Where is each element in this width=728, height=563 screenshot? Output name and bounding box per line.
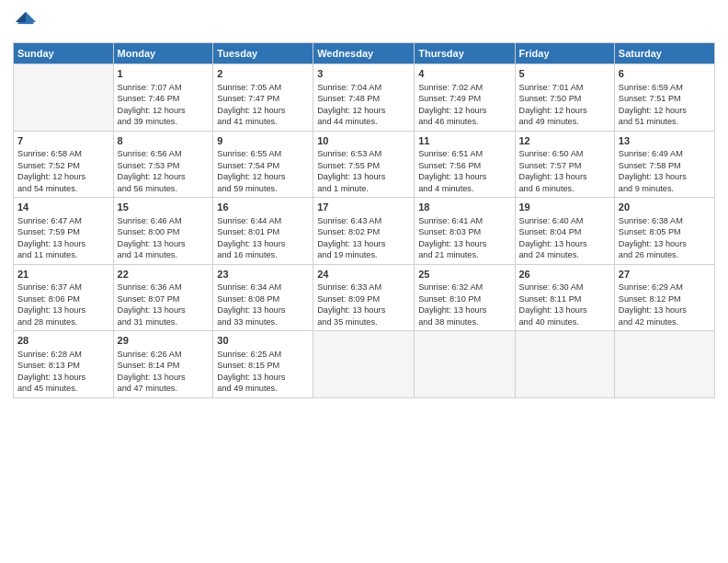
day-info: Sunrise: 6:59 AM Sunset: 7:51 PM Dayligh…	[619, 82, 711, 128]
calendar-cell: 22Sunrise: 6:36 AM Sunset: 8:07 PM Dayli…	[113, 264, 213, 331]
day-info: Sunrise: 6:38 AM Sunset: 8:05 PM Dayligh…	[619, 215, 711, 261]
calendar-cell: 3Sunrise: 7:04 AM Sunset: 7:48 PM Daylig…	[313, 64, 415, 132]
calendar-cell: 24Sunrise: 6:33 AM Sunset: 8:09 PM Dayli…	[313, 264, 415, 331]
svg-rect-2	[18, 22, 34, 24]
calendar-cell: 27Sunrise: 6:29 AM Sunset: 8:12 PM Dayli…	[614, 264, 714, 331]
day-number: 24	[317, 268, 410, 282]
day-number: 23	[217, 268, 309, 282]
day-info: Sunrise: 6:25 AM Sunset: 8:15 PM Dayligh…	[217, 349, 309, 395]
day-info: Sunrise: 6:47 AM Sunset: 7:59 PM Dayligh…	[17, 215, 109, 261]
day-number: 13	[619, 134, 711, 148]
calendar-week-2: 7Sunrise: 6:58 AM Sunset: 7:52 PM Daylig…	[14, 131, 715, 198]
calendar-cell: 5Sunrise: 7:01 AM Sunset: 7:50 PM Daylig…	[515, 64, 614, 132]
day-number: 7	[17, 134, 109, 148]
day-info: Sunrise: 6:55 AM Sunset: 7:54 PM Dayligh…	[217, 148, 309, 194]
calendar-cell: 1Sunrise: 7:07 AM Sunset: 7:46 PM Daylig…	[113, 64, 213, 132]
svg-marker-1	[16, 12, 26, 22]
day-info: Sunrise: 7:01 AM Sunset: 7:50 PM Dayligh…	[519, 82, 610, 128]
day-number: 11	[418, 134, 510, 148]
svg-marker-0	[26, 12, 36, 22]
day-info: Sunrise: 6:30 AM Sunset: 8:11 PM Dayligh…	[519, 282, 610, 327]
calendar-cell: 13Sunrise: 6:49 AM Sunset: 7:58 PM Dayli…	[614, 131, 714, 198]
logo	[13, 9, 42, 35]
day-number: 14	[17, 201, 109, 214]
day-info: Sunrise: 6:32 AM Sunset: 8:10 PM Dayligh…	[418, 282, 510, 327]
calendar-cell: 23Sunrise: 6:34 AM Sunset: 8:08 PM Dayli…	[213, 264, 313, 331]
day-info: Sunrise: 6:41 AM Sunset: 8:03 PM Dayligh…	[418, 215, 510, 261]
day-info: Sunrise: 6:33 AM Sunset: 8:09 PM Dayligh…	[317, 282, 410, 327]
calendar-header-saturday: Saturday	[614, 43, 714, 64]
day-number: 8	[118, 134, 210, 148]
calendar-cell	[415, 331, 515, 398]
day-info: Sunrise: 7:07 AM Sunset: 7:46 PM Dayligh…	[118, 82, 210, 128]
calendar-cell	[515, 331, 614, 398]
calendar-header-tuesday: Tuesday	[213, 43, 313, 64]
calendar-cell: 14Sunrise: 6:47 AM Sunset: 7:59 PM Dayli…	[14, 198, 114, 265]
day-number: 28	[17, 334, 109, 348]
day-info: Sunrise: 7:04 AM Sunset: 7:48 PM Dayligh…	[317, 82, 410, 128]
day-info: Sunrise: 6:36 AM Sunset: 8:07 PM Dayligh…	[118, 282, 210, 327]
calendar-cell: 9Sunrise: 6:55 AM Sunset: 7:54 PM Daylig…	[213, 131, 313, 198]
calendar-cell: 16Sunrise: 6:44 AM Sunset: 8:01 PM Dayli…	[213, 198, 313, 265]
calendar-cell: 4Sunrise: 7:02 AM Sunset: 7:49 PM Daylig…	[415, 64, 515, 132]
day-number: 1	[118, 67, 210, 81]
calendar-cell: 19Sunrise: 6:40 AM Sunset: 8:04 PM Dayli…	[515, 198, 614, 265]
day-number: 2	[217, 67, 309, 81]
day-number: 21	[17, 268, 109, 282]
calendar-cell	[14, 64, 114, 132]
page: SundayMondayTuesdayWednesdayThursdayFrid…	[0, 0, 728, 563]
day-info: Sunrise: 6:28 AM Sunset: 8:13 PM Dayligh…	[17, 349, 109, 395]
calendar-week-3: 14Sunrise: 6:47 AM Sunset: 7:59 PM Dayli…	[14, 198, 715, 265]
calendar-cell: 26Sunrise: 6:30 AM Sunset: 8:11 PM Dayli…	[515, 264, 614, 331]
header	[13, 9, 715, 35]
day-number: 27	[619, 268, 711, 282]
calendar-cell: 17Sunrise: 6:43 AM Sunset: 8:02 PM Dayli…	[313, 198, 415, 265]
day-info: Sunrise: 6:50 AM Sunset: 7:57 PM Dayligh…	[519, 148, 610, 194]
day-number: 25	[418, 268, 510, 282]
calendar-cell: 12Sunrise: 6:50 AM Sunset: 7:57 PM Dayli…	[515, 131, 614, 198]
calendar-cell	[313, 331, 415, 398]
calendar-week-1: 1Sunrise: 7:07 AM Sunset: 7:46 PM Daylig…	[14, 64, 715, 132]
calendar-cell: 15Sunrise: 6:46 AM Sunset: 8:00 PM Dayli…	[113, 198, 213, 265]
calendar-week-4: 21Sunrise: 6:37 AM Sunset: 8:06 PM Dayli…	[14, 264, 715, 331]
calendar-week-5: 28Sunrise: 6:28 AM Sunset: 8:13 PM Dayli…	[14, 331, 715, 398]
calendar-cell: 7Sunrise: 6:58 AM Sunset: 7:52 PM Daylig…	[14, 131, 114, 198]
calendar-cell: 25Sunrise: 6:32 AM Sunset: 8:10 PM Dayli…	[415, 264, 515, 331]
day-number: 10	[317, 134, 410, 148]
calendar-cell: 10Sunrise: 6:53 AM Sunset: 7:55 PM Dayli…	[313, 131, 415, 198]
calendar-header-row: SundayMondayTuesdayWednesdayThursdayFrid…	[14, 43, 715, 64]
day-number: 3	[317, 67, 410, 81]
day-info: Sunrise: 6:37 AM Sunset: 8:06 PM Dayligh…	[17, 282, 109, 327]
calendar-table: SundayMondayTuesdayWednesdayThursdayFrid…	[13, 42, 715, 398]
calendar-cell: 2Sunrise: 7:05 AM Sunset: 7:47 PM Daylig…	[213, 64, 313, 132]
calendar-header-sunday: Sunday	[14, 43, 114, 64]
calendar-header-wednesday: Wednesday	[313, 43, 415, 64]
day-info: Sunrise: 6:29 AM Sunset: 8:12 PM Dayligh…	[619, 282, 711, 327]
calendar-header-monday: Monday	[113, 43, 213, 64]
day-info: Sunrise: 6:49 AM Sunset: 7:58 PM Dayligh…	[619, 148, 711, 194]
day-number: 18	[418, 201, 510, 214]
day-info: Sunrise: 6:56 AM Sunset: 7:53 PM Dayligh…	[118, 148, 210, 194]
calendar-cell	[614, 331, 714, 398]
calendar-header-friday: Friday	[515, 43, 614, 64]
day-number: 4	[418, 67, 510, 81]
day-info: Sunrise: 6:51 AM Sunset: 7:56 PM Dayligh…	[418, 148, 510, 194]
day-number: 26	[519, 268, 610, 282]
day-number: 12	[519, 134, 610, 148]
calendar-cell: 28Sunrise: 6:28 AM Sunset: 8:13 PM Dayli…	[14, 331, 114, 398]
day-info: Sunrise: 6:58 AM Sunset: 7:52 PM Dayligh…	[17, 148, 109, 194]
calendar-cell: 29Sunrise: 6:26 AM Sunset: 8:14 PM Dayli…	[113, 331, 213, 398]
day-number: 5	[519, 67, 610, 81]
day-number: 29	[118, 334, 210, 348]
day-info: Sunrise: 6:44 AM Sunset: 8:01 PM Dayligh…	[217, 215, 309, 261]
day-number: 6	[619, 67, 711, 81]
calendar-cell: 11Sunrise: 6:51 AM Sunset: 7:56 PM Dayli…	[415, 131, 515, 198]
day-number: 9	[217, 134, 309, 148]
day-number: 22	[118, 268, 210, 282]
day-number: 16	[217, 201, 309, 214]
calendar-cell: 30Sunrise: 6:25 AM Sunset: 8:15 PM Dayli…	[213, 331, 313, 398]
calendar-cell: 18Sunrise: 6:41 AM Sunset: 8:03 PM Dayli…	[415, 198, 515, 265]
day-number: 30	[217, 334, 309, 348]
day-number: 15	[118, 201, 210, 214]
day-info: Sunrise: 7:02 AM Sunset: 7:49 PM Dayligh…	[418, 82, 510, 128]
